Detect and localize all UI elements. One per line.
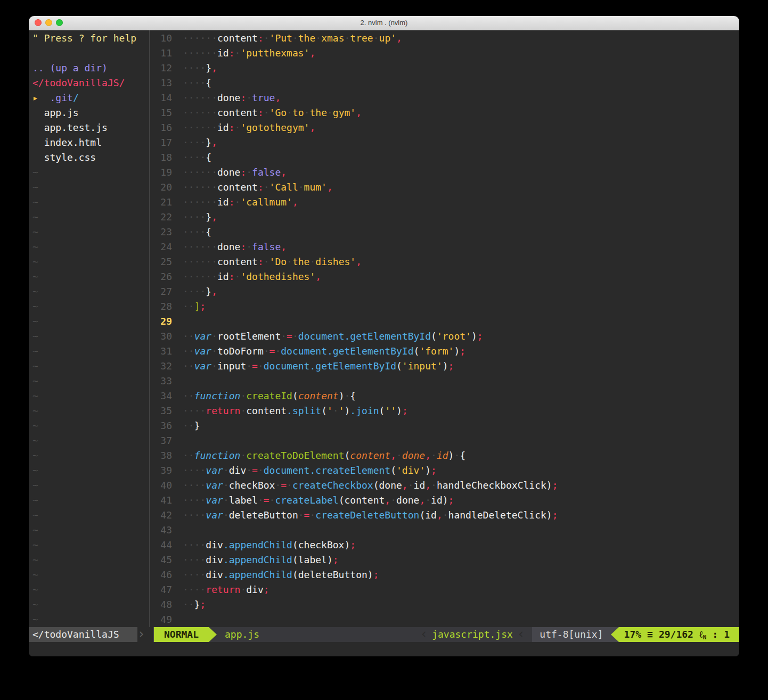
- line-number: 35: [150, 403, 172, 418]
- code-line[interactable]: 35····return·content.split('·').join('')…: [150, 403, 739, 418]
- titlebar[interactable]: 2. nvim . (nvim): [29, 16, 739, 30]
- tree-item[interactable]: index.html: [29, 135, 149, 150]
- line-number: 41: [150, 493, 172, 508]
- code-line[interactable]: 18····{: [150, 150, 739, 165]
- line-number: 30: [150, 329, 172, 344]
- code-line[interactable]: 34··function·createId(content)·{: [150, 389, 739, 403]
- code-line[interactable]: 47····return·div;: [150, 582, 739, 597]
- code-line[interactable]: 44····div.appendChild(checkBox);: [150, 538, 739, 553]
- line-number: 17: [150, 135, 172, 150]
- code-line[interactable]: 19······done:·false,: [150, 165, 739, 180]
- code-line[interactable]: 37: [150, 433, 739, 448]
- line-number: 16: [150, 120, 172, 135]
- nvim-content: " Press ? for help.. (up a dir)</todoVan…: [29, 30, 739, 627]
- line-number: 12: [150, 61, 172, 76]
- minimize-button[interactable]: [45, 19, 52, 26]
- code-line[interactable]: 31··var·toDoForm·=·document.getElementBy…: [150, 344, 739, 359]
- empty-line-tilde: ~: [29, 344, 149, 359]
- code-line[interactable]: 39····var·div·=·document.createElement('…: [150, 463, 739, 478]
- code-text: ····var·checkBox·=·createCheckbox(done,·…: [183, 478, 558, 493]
- code-line[interactable]: 20······content:·'Call·mum',: [150, 180, 739, 195]
- empty-line-tilde: ~: [29, 523, 149, 538]
- code-line[interactable]: 14······done:·true,: [150, 90, 739, 105]
- code-line[interactable]: 22····},: [150, 210, 739, 225]
- line-number: 26: [150, 269, 172, 284]
- line-number: 20: [150, 180, 172, 195]
- code-text: ····div.appendChild(label);: [183, 553, 339, 567]
- code-line[interactable]: 23····{: [150, 225, 739, 240]
- line-number: 27: [150, 284, 172, 299]
- line-number: 10: [150, 31, 172, 46]
- empty-line-tilde: ~: [29, 359, 149, 374]
- code-line[interactable]: 11······id:·'putthexmas',: [150, 46, 739, 61]
- line-number: 45: [150, 553, 172, 567]
- maximize-button[interactable]: [56, 19, 63, 26]
- code-text: ······content:·'Put·the·xmas·tree·up',: [183, 31, 402, 46]
- code-text: ····div.appendChild(deleteButton);: [183, 567, 379, 582]
- line-number: 43: [150, 523, 172, 538]
- code-line[interactable]: 26······id:·'dothedishes',: [150, 269, 739, 284]
- code-text: ··function·createToDoElement(content,·do…: [183, 448, 465, 463]
- code-line[interactable]: 27····},: [150, 284, 739, 299]
- empty-line-tilde: ~: [29, 538, 149, 553]
- command-line[interactable]: [29, 642, 739, 656]
- tree-item[interactable]: [29, 46, 149, 61]
- code-text: ····{: [183, 225, 211, 240]
- close-button[interactable]: [35, 19, 42, 26]
- code-editor[interactable]: 10······content:·'Put·the·xmas·tree·up',…: [150, 30, 739, 627]
- code-line[interactable]: 45····div.appendChild(label);: [150, 553, 739, 567]
- separator-left-icon: ‹: [416, 627, 432, 642]
- code-line[interactable]: 10······content:·'Put·the·xmas·tree·up',: [150, 31, 739, 46]
- code-line[interactable]: 29: [150, 314, 739, 329]
- code-text: ····return·div;: [183, 582, 269, 597]
- code-line[interactable]: 33: [150, 374, 739, 389]
- code-line[interactable]: 25······content:·'Do·the·dishes',: [150, 254, 739, 269]
- colon-separator: :: [712, 627, 718, 642]
- scroll-percent: 17%: [624, 627, 642, 642]
- empty-line-tilde: ~: [29, 329, 149, 344]
- nerdtree-file-explorer[interactable]: " Press ? for help.. (up a dir)</todoVan…: [29, 30, 149, 627]
- line-number-icon: ℓN: [699, 627, 706, 642]
- code-text: ····{: [183, 150, 211, 165]
- code-text: ··}: [183, 418, 200, 433]
- empty-line-tilde: ~: [29, 567, 149, 582]
- code-text: ····},: [183, 284, 217, 299]
- code-line[interactable]: 32··var·input·=·document.getElementById(…: [150, 359, 739, 374]
- empty-line-tilde: ~: [29, 299, 149, 314]
- tree-item[interactable]: ▸ .git/: [29, 90, 149, 105]
- menu-trigram-icon: ≡: [647, 627, 653, 642]
- tree-item[interactable]: app.test.js: [29, 120, 149, 135]
- code-line[interactable]: 12····},: [150, 61, 739, 76]
- code-line[interactable]: 21······id:·'callmum',: [150, 195, 739, 210]
- code-line[interactable]: 15······content:·'Go·to·the·gym',: [150, 105, 739, 120]
- tree-item[interactable]: " Press ? for help: [29, 31, 149, 46]
- code-text: ······id:·'gotothegym',: [183, 120, 315, 135]
- code-line[interactable]: 40····var·checkBox·=·createCheckbox(done…: [150, 478, 739, 493]
- empty-line-tilde: ~: [29, 612, 149, 627]
- code-line[interactable]: 17····},: [150, 135, 739, 150]
- code-line[interactable]: 28··];: [150, 299, 739, 314]
- tree-item[interactable]: </todoVanillaJS/: [29, 76, 149, 90]
- line-number: 28: [150, 299, 172, 314]
- empty-line-tilde: ~: [29, 240, 149, 254]
- code-line[interactable]: 43: [150, 523, 739, 538]
- tree-item[interactable]: app.js: [29, 105, 149, 120]
- code-line[interactable]: 41····var·label·=·createLabel(content,·d…: [150, 493, 739, 508]
- code-line[interactable]: 24······done:·false,: [150, 240, 739, 254]
- code-line[interactable]: 38··function·createToDoElement(content,·…: [150, 448, 739, 463]
- nerdtree-statusline-label: </todoVanillaJS: [29, 627, 137, 642]
- line-number: 48: [150, 597, 172, 612]
- code-line[interactable]: 48··};: [150, 597, 739, 612]
- code-line[interactable]: 36··}: [150, 418, 739, 433]
- code-line[interactable]: 49: [150, 612, 739, 627]
- code-line[interactable]: 42····var·deleteButton·=·createDeleteBut…: [150, 508, 739, 523]
- line-number: 23: [150, 225, 172, 240]
- code-line[interactable]: 16······id:·'gotothegym',: [150, 120, 739, 135]
- tree-item[interactable]: style.css: [29, 150, 149, 165]
- code-line[interactable]: 30··var·rootElement·=·document.getElemen…: [150, 329, 739, 344]
- tree-item[interactable]: .. (up a dir): [29, 61, 149, 76]
- statusline-spacer: [259, 627, 416, 642]
- code-text: ······done:·false,: [183, 165, 287, 180]
- code-line[interactable]: 13····{: [150, 76, 739, 90]
- code-line[interactable]: 46····div.appendChild(deleteButton);: [150, 567, 739, 582]
